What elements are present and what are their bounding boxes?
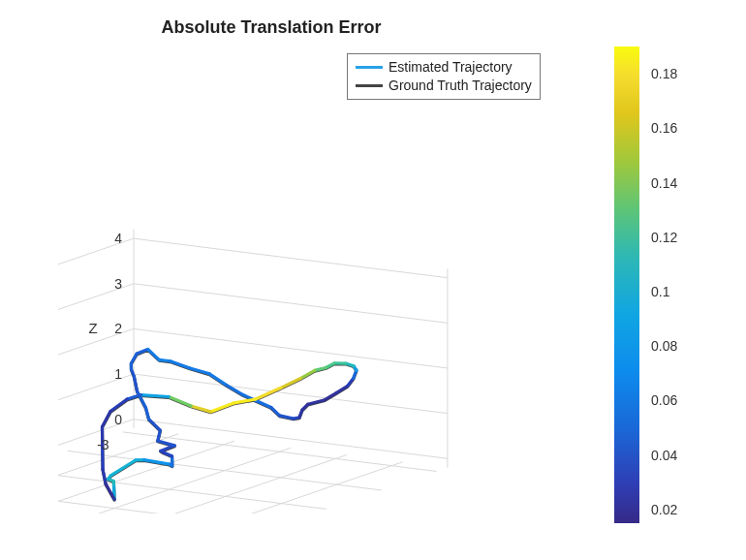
legend: Estimated Trajectory Ground Truth Trajec… xyxy=(347,53,541,100)
svg-line-4 xyxy=(161,462,403,513)
chart-title: Absolute Translation Error xyxy=(0,17,543,38)
svg-line-74 xyxy=(210,403,233,412)
legend-swatch-groundtruth xyxy=(356,84,383,87)
legend-item-estimated: Estimated Trajectory xyxy=(356,58,532,77)
svg-line-15 xyxy=(134,328,448,368)
svg-line-79 xyxy=(110,399,127,411)
svg-text:2: 2 xyxy=(114,321,122,336)
colorbar-tick: 0.18 xyxy=(651,66,677,81)
colorbar-tick: 0.16 xyxy=(651,120,677,136)
colorbar-tick: 0.02 xyxy=(651,502,677,517)
svg-line-10 xyxy=(58,420,134,503)
svg-line-71 xyxy=(281,379,300,389)
svg-text:0: 0 xyxy=(114,412,122,427)
legend-label-groundtruth: Ground Truth Trajectory xyxy=(389,77,532,95)
ground-truth-trajectory xyxy=(103,350,357,500)
svg-line-2 xyxy=(58,448,291,513)
svg-line-40 xyxy=(145,408,148,420)
svg-line-80 xyxy=(102,412,109,427)
svg-line-12 xyxy=(58,374,134,457)
colorbar-tick: 0.14 xyxy=(651,175,677,191)
svg-line-78 xyxy=(127,395,140,400)
svg-text:4: 4 xyxy=(114,231,122,246)
colorbar: 0.020.040.060.080.10.120.140.160.18 xyxy=(614,47,730,523)
svg-line-13 xyxy=(134,374,448,414)
svg-line-29 xyxy=(110,460,136,476)
svg-line-9 xyxy=(58,508,216,513)
svg-text:Z: Z xyxy=(88,320,97,336)
colorbar-tick: 0.08 xyxy=(651,338,677,354)
svg-line-46 xyxy=(137,350,148,355)
colorbar-tick: 0.1 xyxy=(651,284,669,299)
svg-line-47 xyxy=(148,350,160,360)
colorbar-gradient xyxy=(614,47,639,523)
svg-line-19 xyxy=(134,238,448,278)
svg-line-42 xyxy=(134,377,137,391)
legend-swatch-estimated xyxy=(356,66,383,69)
legend-item-groundtruth: Ground Truth Trajectory xyxy=(356,77,532,95)
svg-line-39 xyxy=(149,420,161,430)
svg-line-17 xyxy=(134,284,448,324)
svg-line-77 xyxy=(140,395,169,397)
svg-line-83 xyxy=(103,469,106,483)
axes3d: -2-1012-3-2-10101234XYZ xyxy=(58,48,572,513)
legend-label-estimated: Estimated Trajectory xyxy=(389,58,513,77)
svg-line-18 xyxy=(58,238,134,322)
svg-line-73 xyxy=(233,399,256,403)
svg-line-51 xyxy=(209,374,226,386)
svg-line-8 xyxy=(58,488,271,513)
svg-text:1: 1 xyxy=(114,366,122,382)
svg-line-14 xyxy=(58,328,134,412)
svg-line-60 xyxy=(308,400,325,404)
svg-line-70 xyxy=(300,370,315,378)
tick-labels: -2-1012-3-2-10101234XYZ xyxy=(58,231,165,513)
svg-text:3: 3 xyxy=(114,276,122,292)
axes-svg: -2-1012-3-2-10101234XYZ xyxy=(58,48,572,513)
colorbar-tick: 0.04 xyxy=(651,448,677,463)
svg-line-0 xyxy=(58,434,178,513)
svg-line-3 xyxy=(105,455,347,513)
svg-line-31 xyxy=(144,460,170,465)
colorbar-tick: 0.12 xyxy=(651,230,677,245)
figure: Absolute Translation Error -2-1012-3-2-1… xyxy=(0,0,746,560)
svg-line-48 xyxy=(159,359,171,360)
colorbar-tick: 0.06 xyxy=(651,392,677,408)
svg-line-76 xyxy=(169,396,191,406)
svg-text:-3: -3 xyxy=(97,437,109,452)
